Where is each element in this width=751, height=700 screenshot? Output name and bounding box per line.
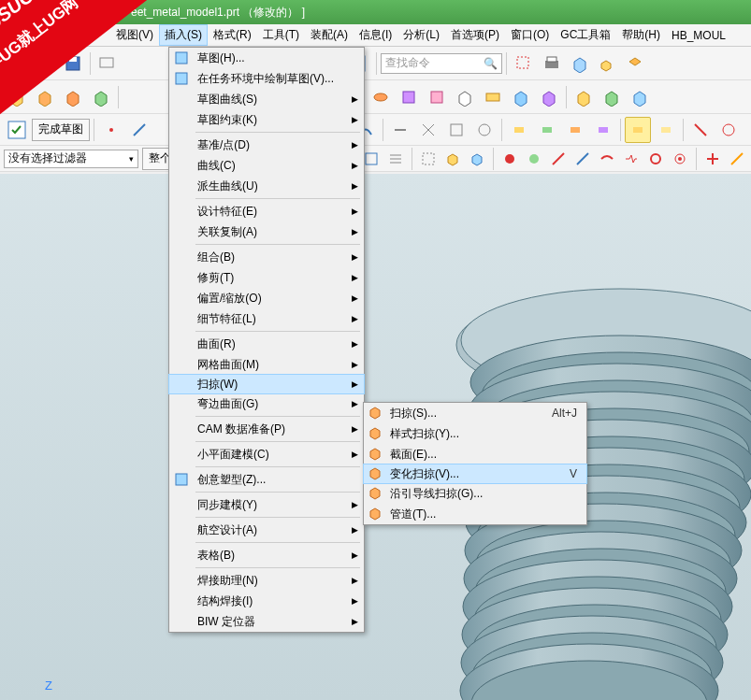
menu-HB_MOUL[interactable]: HB_MOUL: [666, 26, 731, 45]
submenu-item[interactable]: 截面(E)...: [364, 444, 586, 464]
f4-icon[interactable]: [442, 149, 463, 169]
menu-item[interactable]: 草图约束(K)▶: [169, 109, 364, 130]
m7-icon[interactable]: [687, 117, 714, 143]
submenu-item[interactable]: 变化扫掠(V)...V: [363, 464, 587, 484]
feature7-icon[interactable]: [570, 84, 597, 110]
feature8-icon[interactable]: [599, 84, 625, 110]
box-icon[interactable]: [567, 50, 593, 77]
open-icon[interactable]: [32, 50, 58, 77]
f3-icon[interactable]: [418, 149, 439, 169]
menu-item[interactable]: 在任务环境中绘制草图(V)...: [169, 68, 364, 89]
f8-icon[interactable]: [548, 149, 569, 169]
menu-item[interactable]: 曲面(R)▶: [169, 334, 364, 354]
finish-sketch-icon[interactable]: [4, 117, 30, 143]
feature4-icon[interactable]: [480, 84, 506, 110]
menu-O[interactable]: 窗口(O): [505, 24, 555, 46]
m2-icon[interactable]: [534, 117, 560, 143]
feature6-icon[interactable]: [536, 84, 562, 110]
f10-icon[interactable]: [597, 149, 617, 169]
f11-icon[interactable]: [621, 149, 642, 169]
m1-icon[interactable]: [506, 117, 532, 143]
menu-T[interactable]: 工具(T): [257, 24, 305, 46]
box5-icon[interactable]: [88, 84, 114, 110]
menu-item[interactable]: 细节特征(L)▶: [169, 308, 364, 329]
feature2-icon[interactable]: [424, 84, 450, 110]
f15-icon[interactable]: [727, 149, 747, 169]
assembly-icon[interactable]: [595, 50, 621, 77]
menu-item[interactable]: 航空设计(A)▶: [169, 520, 364, 540]
menu-item[interactable]: 焊接助理(N)▶: [169, 570, 364, 591]
m3-icon[interactable]: [562, 117, 588, 143]
revolve-icon[interactable]: [368, 84, 394, 110]
trim4-icon[interactable]: [471, 117, 498, 143]
menu-H[interactable]: 帮助(H): [616, 24, 666, 46]
submenu-item[interactable]: 扫掠(S)...Alt+J: [364, 403, 586, 423]
f13-icon[interactable]: [670, 149, 690, 169]
menu-V[interactable]: 视图(V): [110, 24, 159, 46]
menu-item[interactable]: 扫掠(W)▶: [168, 374, 365, 394]
finish-sketch-button[interactable]: 完成草图: [32, 119, 90, 141]
menu-item[interactable]: 同步建模(Y)▶: [169, 494, 364, 515]
menu-P[interactable]: 首选项(P): [445, 24, 505, 46]
submenu-item[interactable]: 样式扫掠(Y)...: [364, 423, 586, 444]
menu-item[interactable]: 组合(B)▶: [169, 247, 364, 267]
feature5-icon[interactable]: [508, 84, 534, 110]
menu-item[interactable]: 创意塑型(Z)...: [169, 469, 364, 490]
menu-GC[interactable]: GC工具箱: [555, 24, 616, 46]
svg-point-26: [678, 157, 682, 161]
feature1-icon[interactable]: [396, 84, 422, 110]
f14-icon[interactable]: [702, 149, 723, 169]
menu-item[interactable]: 基准/点(D)▶: [169, 135, 364, 155]
box2-icon[interactable]: [4, 84, 30, 110]
menu-item[interactable]: CAM 数据准备(P)▶: [169, 419, 364, 439]
menu-item[interactable]: 修剪(T)▶: [169, 267, 364, 288]
m8-icon[interactable]: [715, 117, 742, 143]
menu-item[interactable]: 网格曲面(M)▶: [169, 354, 364, 375]
submenu-item[interactable]: 管道(T)...: [364, 504, 586, 524]
menu-item[interactable]: 草图曲线(S)▶: [169, 89, 364, 109]
sk2-icon[interactable]: [126, 117, 152, 143]
sheet-icon[interactable]: [623, 50, 649, 77]
trim1-icon[interactable]: [387, 117, 413, 143]
menu-item[interactable]: 弯边曲面(G)▶: [169, 393, 364, 414]
m4-icon[interactable]: [590, 117, 616, 143]
menu-item[interactable]: 关联复制(A)▶: [169, 221, 364, 242]
menu-item[interactable]: BIW 定位器▶: [169, 611, 364, 632]
submenu-item[interactable]: 沿引导线扫掠(G)...: [364, 483, 586, 504]
menu-item[interactable]: 派生曲线(U)▶: [169, 176, 364, 196]
f2-icon[interactable]: [385, 149, 406, 169]
sk1-icon[interactable]: [98, 117, 124, 143]
f12-icon[interactable]: [645, 149, 666, 169]
trim3-icon[interactable]: [443, 117, 469, 143]
menu-item[interactable]: 设计特征(E)▶: [169, 201, 364, 221]
menu-R[interactable]: 格式(R): [208, 24, 257, 46]
menu-item[interactable]: 曲线(C)▶: [169, 155, 364, 176]
print-icon[interactable]: [539, 50, 565, 77]
f5-icon[interactable]: [467, 149, 487, 169]
m6-icon[interactable]: [653, 117, 679, 143]
f9-icon[interactable]: [572, 149, 593, 169]
menu-A[interactable]: 装配(A): [305, 24, 354, 46]
select-icon[interactable]: [511, 50, 537, 77]
box3-icon[interactable]: [32, 84, 58, 110]
menu-L[interactable]: 分析(L): [397, 24, 445, 46]
search-input[interactable]: 查找命令🔍: [381, 53, 502, 74]
f7-icon[interactable]: [524, 149, 544, 169]
new-icon[interactable]: [4, 50, 30, 77]
save-icon[interactable]: [60, 50, 86, 77]
tb-icon[interactable]: [94, 50, 121, 77]
f6-icon[interactable]: [499, 149, 520, 169]
menu-item[interactable]: 表格(B)▶: [169, 545, 364, 565]
menu-S[interactable]: 插入(S): [159, 24, 208, 46]
feature9-icon[interactable]: [627, 84, 653, 110]
box4-icon[interactable]: [60, 84, 86, 110]
trim2-icon[interactable]: [415, 117, 441, 143]
menu-item[interactable]: 结构焊接(I)▶: [169, 591, 364, 611]
feature3-icon[interactable]: [452, 84, 478, 110]
menu-item[interactable]: 草图(H)...: [169, 48, 364, 68]
menu-I[interactable]: 信息(I): [354, 24, 397, 46]
menu-item[interactable]: 小平面建模(C)▶: [169, 444, 364, 464]
m5-icon[interactable]: [625, 117, 651, 143]
menu-item[interactable]: 偏置/缩放(O)▶: [169, 288, 364, 308]
selection-filter[interactable]: 没有选择过滤器▾: [4, 150, 138, 168]
